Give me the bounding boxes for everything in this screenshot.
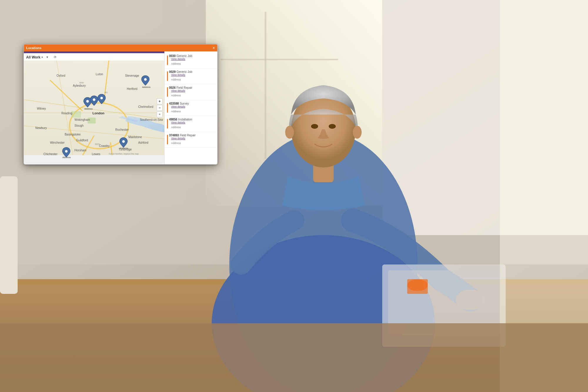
job-id-type: 49856 Installation (169, 118, 192, 121)
job-id-type: 0030 Generic Job (169, 54, 192, 58)
job-type: Field Repair (180, 134, 196, 137)
map-popup: Locations × (24, 44, 217, 164)
job-header: 0029 Generic Job View details Address (167, 70, 215, 82)
svg-text:M40: M40 (79, 81, 84, 84)
svg-text:Hertford: Hertford (127, 87, 137, 91)
job-details: 374893 Field Repair View details Address (169, 134, 196, 145)
job-indicator (167, 56, 168, 65)
job-details: 49856 Installation View details Address (169, 118, 192, 129)
job-link[interactable]: View details (171, 73, 192, 76)
svg-rect-4 (220, 59, 338, 60)
svg-text:Winchester: Winchester (50, 141, 65, 144)
job-link[interactable]: View details (171, 58, 192, 61)
job-id: 49856 (169, 118, 177, 121)
zoom-out-button[interactable]: − (157, 105, 163, 111)
popup-body: Oxford Luton Stevenage Hertford Aylesbur… (24, 51, 217, 164)
svg-text:London: London (92, 111, 104, 115)
svg-point-16 (353, 126, 362, 139)
job-details: 0030 Generic Job View details Address (169, 54, 192, 66)
svg-text:Guildford: Guildford (76, 139, 88, 142)
svg-text:Rochester: Rochester (115, 128, 129, 131)
svg-rect-36 (71, 111, 81, 118)
svg-text:Address: Address (62, 156, 71, 159)
popup-close-button[interactable]: × (213, 46, 215, 50)
svg-text:Luton: Luton (96, 73, 103, 76)
job-item[interactable]: 0030 Generic Job View details Address (165, 53, 217, 68)
svg-point-66 (86, 100, 89, 103)
svg-text:Witney: Witney (37, 107, 46, 110)
svg-rect-24 (0, 323, 588, 392)
svg-rect-3 (265, 12, 266, 159)
svg-text:Ashford: Ashford (138, 141, 148, 144)
job-type: Survey (180, 102, 189, 105)
popup-title: Locations (26, 46, 41, 50)
job-details: 0029 Generic Job View details Address (169, 70, 192, 82)
job-indicator (167, 119, 168, 128)
job-link[interactable]: View details (171, 137, 196, 140)
map-options-button[interactable]: ≡ (157, 111, 163, 117)
svg-point-67 (93, 98, 96, 101)
job-type: Generic Job (176, 70, 192, 73)
job-details: 433598 Survey View details Address (169, 102, 189, 113)
svg-text:Lewes: Lewes (92, 153, 100, 156)
main-content: Locations × (24, 61, 217, 164)
svg-point-68 (100, 97, 103, 99)
job-header: 0026 Field Repair View details Address (167, 86, 215, 98)
job-address: Address (171, 94, 181, 97)
svg-text:Reading: Reading (61, 112, 72, 115)
job-address: Address (171, 126, 181, 129)
svg-text:Chelmsford: Chelmsford (138, 105, 153, 108)
job-item[interactable]: 49856 Installation View details Address (165, 116, 217, 132)
job-id-type: 433598 Survey (169, 102, 189, 105)
job-header: 49856 Installation View details Address (167, 118, 215, 129)
svg-text:Oxford: Oxford (56, 74, 65, 77)
map-area[interactable]: Oxford Luton Stevenage Hertford Aylesbur… (24, 51, 164, 164)
zoom-in-button[interactable]: + (157, 98, 163, 104)
job-address: Address (171, 62, 181, 65)
svg-rect-21 (407, 279, 428, 294)
svg-point-70 (122, 140, 125, 143)
svg-text:Maidstone: Maidstone (128, 135, 142, 139)
svg-text:Crawley: Crawley (99, 144, 110, 148)
svg-rect-8 (0, 176, 18, 294)
job-address: Address (171, 142, 181, 145)
map-copyright: ©2016 TomTom, Improve this map (109, 153, 139, 155)
job-list-panel: 0030 Generic Job View details Address (164, 51, 217, 164)
job-header: 433598 Survey View details Address (167, 102, 215, 113)
popup-header: Locations × (24, 44, 217, 51)
job-type: Generic Job (176, 54, 192, 58)
svg-text:Horsham: Horsham (74, 149, 86, 152)
job-type: Installation (178, 118, 192, 121)
job-link[interactable]: View details (171, 89, 192, 92)
job-link[interactable]: View details (171, 105, 189, 108)
job-link[interactable]: View details (171, 121, 192, 124)
svg-text:Chichester: Chichester (44, 153, 58, 156)
job-indicator (167, 71, 168, 81)
app-window: ZAPPFLOW James Smith | My Company ? 🔔 ⚙ … (24, 44, 218, 165)
job-item[interactable]: 374893 Field Repair View details Address (165, 132, 217, 148)
svg-text:Basingstoke: Basingstoke (65, 133, 81, 136)
svg-text:Address: Address (120, 147, 128, 150)
svg-text:M23: M23 (95, 143, 99, 145)
svg-point-13 (311, 124, 318, 129)
job-id-type: 0029 Generic Job (169, 70, 192, 73)
job-header: 0030 Generic Job View details Address (167, 54, 215, 66)
job-type: Field Repair (176, 86, 192, 89)
job-id: 374893 (169, 134, 179, 137)
svg-text:Southend-on-Sea: Southend-on-Sea (140, 118, 163, 121)
svg-point-14 (329, 124, 336, 129)
svg-point-72 (65, 150, 68, 153)
job-id: 0029 (169, 70, 176, 73)
svg-text:M1: M1 (105, 91, 108, 94)
svg-point-15 (285, 126, 294, 139)
svg-text:Slough: Slough (74, 124, 83, 127)
map-controls: + − ≡ (157, 98, 163, 117)
job-item[interactable]: 433598 Survey View details Address (165, 100, 217, 116)
job-item[interactable]: 0029 Generic Job View details Address (165, 68, 217, 84)
map-svg: Oxford Luton Stevenage Hertford Aylesbur… (24, 51, 164, 164)
job-header: 374893 Field Repair View details Address (167, 134, 215, 145)
job-id: 433598 (169, 102, 179, 105)
job-id-type: 374893 Field Repair (169, 134, 196, 137)
job-item[interactable]: 0026 Field Repair View details Address (165, 84, 217, 100)
job-id: 0026 (169, 86, 176, 89)
